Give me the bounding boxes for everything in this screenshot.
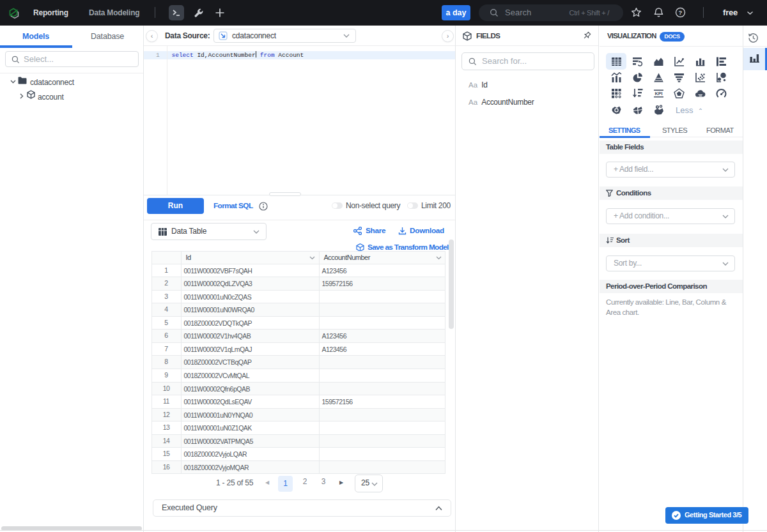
svg-text:KPI: KPI	[655, 91, 662, 96]
svg-text:?: ?	[679, 9, 683, 16]
